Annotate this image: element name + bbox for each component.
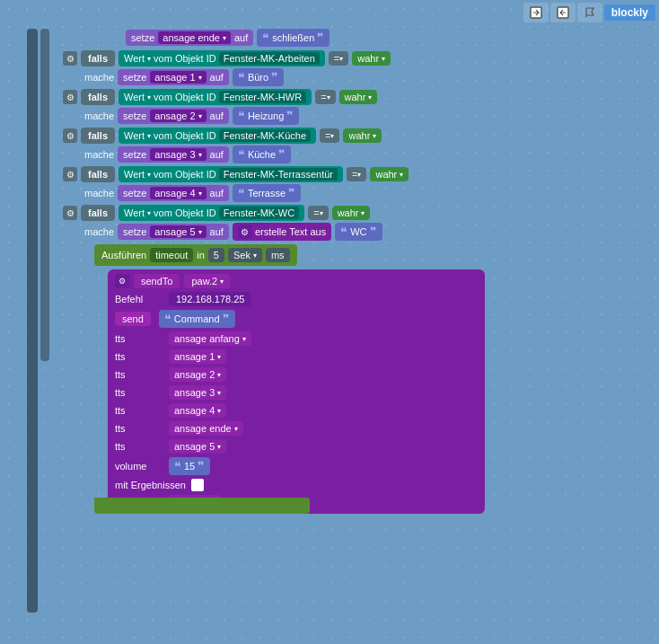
- setze-block-5: setze ansage 5 ▾ auf: [118, 224, 229, 240]
- flag-button[interactable]: [577, 3, 602, 22]
- value-quote-3: ❝ Küche ❞: [233, 146, 291, 163]
- left-connector-outer: [27, 29, 38, 613]
- ansage-var-5[interactable]: ansage 5 ▾: [150, 225, 206, 238]
- tts-label-2: tts: [115, 369, 164, 380]
- falls-group-5: ⚙ falls Wert ▾ vom Objekt ID Fenster-MK-…: [63, 205, 659, 241]
- wert-block-5: Wert ▾ vom Objekt ID Fenster-MK-WC: [119, 205, 304, 221]
- wert-arrow-1[interactable]: ▾: [147, 55, 151, 63]
- falls-label-2: falls: [81, 89, 115, 105]
- ausfuhren-block: Ausführen timeout in 5 Sek ▾ ms: [94, 244, 297, 266]
- setze-val-2: Heizung: [248, 110, 284, 121]
- ansage-var-3[interactable]: ansage 3 ▾: [150, 148, 206, 161]
- equals-block-2: = ▾: [315, 90, 335, 104]
- sendto-button[interactable]: sendTo: [134, 274, 180, 288]
- ansage-var-2[interactable]: ansage 2 ▾: [150, 110, 206, 122]
- gear-icon-3[interactable]: ⚙: [63, 128, 77, 143]
- import-button[interactable]: [550, 3, 576, 22]
- mache-row-2: mache setze ansage 2 ▾ auf ❝ Heizung ❞: [81, 107, 659, 125]
- setze-ansage-ende-row: setze ansage ende ▾ auf ❝ schließen ❞: [126, 29, 659, 47]
- ergebnissen-checkbox[interactable]: [191, 479, 204, 491]
- tts-label-5: tts: [115, 423, 164, 434]
- sendto-outer: ⚙ sendTo paw.2 ▾ Befehl 192.168.178.25 s…: [108, 269, 659, 514]
- befehl-label: Befehl: [115, 294, 164, 304]
- ansage-ende-var[interactable]: ansage ende ▾: [158, 31, 231, 44]
- gear-icon-4[interactable]: ⚙: [63, 167, 77, 181]
- wahr-block-5: wahr ▾: [332, 206, 371, 220]
- auf-label: auf: [234, 32, 248, 43]
- ausfuhren-label: Ausführen: [101, 250, 146, 260]
- wahr-block-2: wahr ▾: [339, 90, 378, 104]
- export-button[interactable]: [523, 3, 549, 22]
- sendto-container: ⚙ sendTo paw.2 ▾ Befehl 192.168.178.25 s…: [108, 269, 485, 514]
- wahr-value-1: wahr: [357, 53, 379, 64]
- tts-row-2: tts ansage 2 ▾: [115, 367, 478, 382]
- objekt-id-name-4[interactable]: Fenster-MK-Terrassentür: [219, 168, 338, 181]
- mit-ergebnissen-label: mit Ergebnissen: [115, 480, 186, 490]
- command-quote-block: ❝ Command ❞: [159, 310, 235, 328]
- close-quote: ❞: [317, 31, 324, 45]
- send-row: send ❝ Command ❞: [115, 310, 478, 328]
- tts-label-1: tts: [115, 351, 164, 362]
- tts-row-5: tts ansage ende ▾: [115, 421, 478, 436]
- tts-row-0: tts ansage anfang ▾: [115, 331, 478, 346]
- tts-value-3[interactable]: ansage 3 ▾: [169, 385, 226, 400]
- objekt-id-name-1[interactable]: Fenster-MK-Arbeiten: [219, 52, 320, 65]
- ip-block[interactable]: 192.168.178.25: [169, 292, 251, 306]
- wahr-block-3: wahr ▾: [343, 128, 382, 143]
- befehl-row: Befehl 192.168.178.25: [115, 292, 478, 306]
- setze-label: setze: [131, 32, 154, 43]
- wert-block-4: Wert ▾ vom Objekt ID Fenster-MK-Terrasse…: [119, 166, 343, 182]
- wahr-block-4: wahr ▾: [370, 167, 409, 181]
- falls-row-1: ⚙ falls Wert ▾ vom Objekt ID Fenster-MK-…: [63, 50, 659, 66]
- tts-row-4: tts ansage 4 ▾: [115, 403, 478, 418]
- mache-row-1: mache setze ansage 1 ▾ auf ❝ Büro ❞: [81, 68, 659, 86]
- main-container: setze ansage ende ▾ auf ❝ schließen ❞ ⚙ …: [27, 29, 659, 514]
- tts-value-2[interactable]: ansage 2 ▾: [169, 367, 226, 382]
- objekt-id-name-2[interactable]: Fenster-MK-HWR: [219, 91, 306, 103]
- falls-label-5: falls: [81, 205, 115, 221]
- tts-value-5[interactable]: ansage ende ▾: [169, 421, 243, 436]
- ansage-var-4[interactable]: ansage 4 ▾: [150, 187, 206, 199]
- create-gear[interactable]: ⚙: [238, 225, 252, 239]
- falls-row-4: ⚙ falls Wert ▾ vom Objekt ID Fenster-MK-…: [63, 166, 659, 182]
- ansage-var-1[interactable]: ansage 1 ▾: [150, 71, 206, 84]
- schliessen-value: schließen: [272, 32, 314, 43]
- tts-label-0: tts: [115, 333, 164, 344]
- tts-label-3: tts: [115, 387, 164, 398]
- setze-val-1: Büro: [248, 72, 268, 83]
- tts-row-6: tts ansage 5 ▾: [115, 439, 478, 454]
- gear-icon-5[interactable]: ⚙: [63, 206, 77, 220]
- falls-row-2: ⚙ falls Wert ▾ vom Objekt ID Fenster-MK-…: [63, 89, 659, 105]
- tts-value-0[interactable]: ansage anfang ▾: [169, 331, 251, 346]
- unit-block[interactable]: Sek ▾: [228, 248, 262, 262]
- schliessen-block: ❝ schließen ❞: [257, 29, 330, 47]
- in-label: in: [197, 250, 205, 260]
- send-label[interactable]: send: [115, 312, 151, 326]
- tts-value-6[interactable]: ansage 5 ▾: [169, 439, 226, 454]
- value-quote-4: ❝ Terrasse ❞: [233, 184, 301, 202]
- timeout-number[interactable]: 5: [208, 248, 224, 262]
- wert-label-1: Wert: [124, 53, 145, 64]
- objekt-id-name-5[interactable]: Fenster-MK-WC: [219, 207, 299, 219]
- wert-block-1: Wert ▾ vom Objekt ID Fenster-MK-Arbeiten: [119, 50, 325, 66]
- mache-row-5: mache setze ansage 5 ▾ auf ⚙ erstelle Te…: [81, 223, 659, 241]
- setze-block: setze ansage ende ▾ auf: [126, 30, 253, 46]
- gear-icon-1[interactable]: ⚙: [63, 51, 77, 66]
- tts-value-1[interactable]: ansage 1 ▾: [169, 349, 226, 364]
- tts-value-4[interactable]: ansage 4 ▾: [169, 403, 226, 418]
- value-quote-2: ❝ Heizung ❞: [233, 107, 299, 125]
- sendto-gear-icon[interactable]: ⚙: [115, 274, 129, 288]
- ausfuhren-row: Ausführen timeout in 5 Sek ▾ ms: [94, 244, 659, 266]
- falls-group-4: ⚙ falls Wert ▾ vom Objekt ID Fenster-MK-…: [63, 166, 659, 202]
- objekt-id-name-3[interactable]: Fenster-MK-Küche: [219, 129, 311, 142]
- volume-value-block: ❝ 15 ❞: [169, 457, 210, 475]
- setze-block-3: setze ansage 3 ▾ auf: [118, 146, 229, 163]
- gear-icon-2[interactable]: ⚙: [63, 90, 77, 104]
- volume-row: volume ❝ 15 ❞: [115, 457, 478, 475]
- left-connector-mid: [40, 29, 49, 361]
- equals-block-5: = ▾: [308, 206, 328, 220]
- paw-block[interactable]: paw.2 ▾: [184, 274, 231, 288]
- value-quote-1: ❝ Büro ❞: [233, 68, 284, 86]
- tts-label-4: tts: [115, 405, 164, 416]
- equals-block-4: = ▾: [347, 167, 366, 181]
